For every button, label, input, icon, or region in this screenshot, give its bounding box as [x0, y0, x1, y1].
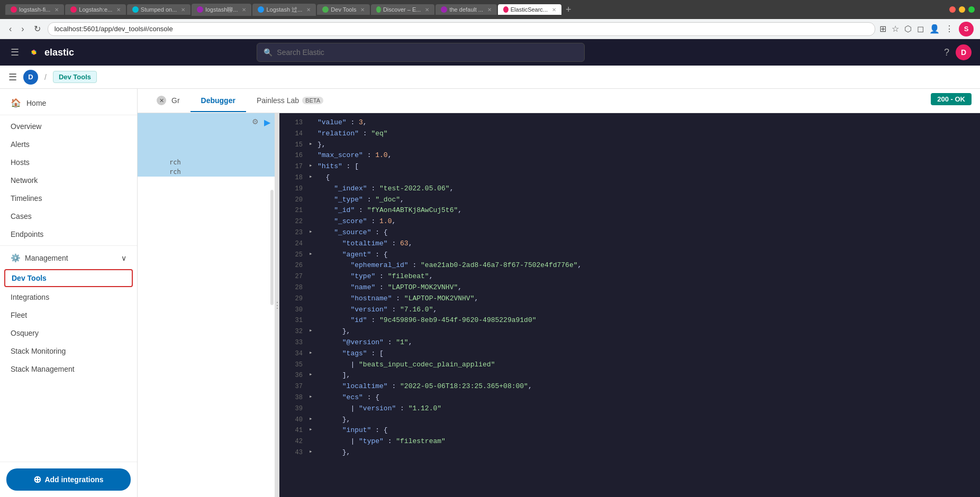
- sidebar-item-dev-tools[interactable]: Dev Tools: [4, 269, 133, 287]
- tabs-bar: ✕ Gr Debugger Painless Lab BETA 200 - OK: [138, 89, 980, 113]
- user-icon[interactable]: 👤: [929, 24, 940, 34]
- run-button[interactable]: ▶: [264, 117, 270, 127]
- sidebar-item-cases[interactable]: Cases: [0, 207, 137, 225]
- browser-tab-9[interactable]: ElasticSearc... ✕: [498, 4, 561, 15]
- output-line-41: 41 ▸ "input" : {: [279, 425, 980, 436]
- breadcrumb-sep: /: [44, 73, 47, 81]
- toolbar-icons: ⊞ ☆ ⬡ ◻ 👤 ⋮ S: [879, 22, 974, 36]
- browser-tab-7[interactable]: Discover – E... ✕: [371, 4, 434, 15]
- output-line-35: 35 | "beats_input_codec_plain_applied": [279, 360, 980, 371]
- sidebar: 🏠 Home Overview Alerts Hosts Network: [0, 89, 138, 497]
- sidebar-item-overview[interactable]: Overview: [0, 117, 137, 135]
- reload-button[interactable]: ↻: [31, 23, 43, 35]
- search-icon: 🔍: [264, 48, 273, 57]
- content-area: ✕ Gr Debugger Painless Lab BETA 200 - OK…: [138, 89, 980, 497]
- output-line-37: 37 "localtime" : "2022-05-06T18:23:25.36…: [279, 381, 980, 392]
- output-line-21: 21 "_id" : "fYAon4ABTKj8AwCuj5t6",: [279, 205, 980, 216]
- address-input[interactable]: [48, 22, 875, 36]
- tab-gr[interactable]: ✕ Gr: [146, 89, 190, 113]
- browser-tab-1[interactable]: logstash-fi... ✕: [5, 4, 64, 15]
- editor-search-hint: rch: [169, 159, 181, 166]
- header-avatar[interactable]: D: [956, 44, 972, 60]
- user-avatar-sm[interactable]: D: [23, 70, 38, 85]
- output-pane[interactable]: 13 "value" : 3, 14 "relation" : "eq" 15 …: [279, 113, 980, 497]
- sidebar-nav: 🏠 Home Overview Alerts Hosts Network: [0, 89, 137, 462]
- sidebar-item-stack-monitoring[interactable]: Stack Monitoring: [0, 342, 137, 360]
- sidebar-item-home[interactable]: 🏠 Home: [0, 93, 137, 113]
- browser-tab-3[interactable]: Stumped on... ✕: [127, 4, 190, 15]
- output-line-15: 15 ▸ },: [279, 140, 980, 151]
- back-button[interactable]: ‹: [6, 23, 14, 35]
- main-layout: 🏠 Home Overview Alerts Hosts Network: [0, 89, 980, 497]
- home-icon: 🏠: [11, 98, 21, 108]
- hamburger-sub[interactable]: ☰: [8, 71, 17, 83]
- management-section-header[interactable]: ⚙️ Management ∨: [0, 248, 137, 268]
- browser-tab-6[interactable]: Dev Tools ✕: [317, 4, 370, 15]
- output-line-31: 31 "id" : "9c459896-8eb9-454f-9620-49852…: [279, 315, 980, 326]
- output-line-23: 23 ▸ "_source" : {: [279, 227, 980, 238]
- profile-icon[interactable]: ◻: [917, 24, 924, 34]
- output-line-43: 43 ▸ },: [279, 447, 980, 458]
- browser-tab-5[interactable]: Logstash 过... ✕: [252, 4, 316, 16]
- browser-tab-2[interactable]: Logstash:e... ✕: [65, 4, 126, 15]
- sidebar-item-endpoints[interactable]: Endpoints: [0, 225, 137, 243]
- user-avatar-corner[interactable]: S: [959, 22, 974, 36]
- plus-icon: ⊕: [33, 474, 41, 485]
- elastic-text: elastic: [44, 47, 74, 58]
- sidebar-item-network[interactable]: Network: [0, 171, 137, 189]
- output-line-42: 42 | "type" : "filestream": [279, 436, 980, 447]
- add-integrations-button[interactable]: ⊕ Add integrations: [6, 468, 131, 491]
- output-line-36: 36 ▸ ],: [279, 370, 980, 381]
- chevron-down-icon: ∨: [121, 254, 126, 262]
- extension-icon[interactable]: ⬡: [904, 24, 912, 34]
- sidebar-item-stack-management[interactable]: Stack Management: [0, 360, 137, 378]
- status-badge: 200 - OK: [931, 93, 972, 105]
- resize-handle[interactable]: ⋮: [275, 113, 279, 497]
- sidebar-bottom: ⊕ Add integrations: [0, 462, 137, 497]
- editor-highlight: ▶ ⚙ rch rch: [138, 113, 275, 177]
- sidebar-item-osquery[interactable]: Osquery: [0, 324, 137, 342]
- output-line-22: 22 "_score" : 1.0,: [279, 216, 980, 227]
- search-input[interactable]: [277, 48, 578, 57]
- divider-2: [0, 245, 137, 246]
- output-line-18: 18 ▸ {: [279, 172, 980, 183]
- editor-gear-button[interactable]: ⚙: [252, 117, 259, 126]
- help-icon[interactable]: ?: [944, 47, 949, 58]
- editor-pane: ▶ ⚙ rch rch: [138, 113, 275, 497]
- output-line-30: 30 "version" : "7.16.0",: [279, 305, 980, 316]
- beta-badge: BETA: [302, 97, 323, 104]
- sidebar-item-integrations[interactable]: Integrations: [0, 288, 137, 306]
- forward-button[interactable]: ›: [19, 23, 26, 35]
- browser-tab-4[interactable]: logstash聊... ✕: [192, 4, 251, 16]
- app-header: ☰ elastic 🔍 ? D: [0, 39, 980, 66]
- output-line-19: 19 "_index" : "test-2022.05.06",: [279, 183, 980, 195]
- sidebar-item-hosts[interactable]: Hosts: [0, 153, 137, 171]
- output-line-20: 20 "_type" : "_doc",: [279, 195, 980, 206]
- sidebar-item-alerts[interactable]: Alerts: [0, 135, 137, 153]
- search-bar[interactable]: 🔍: [257, 43, 585, 62]
- output-line-28: 28 "name" : "LAPTOP-MOK2VNHV",: [279, 282, 980, 293]
- output-line-26: 26 "ephemeral_id" : "eae21ab0-2ad8-46a7-…: [279, 260, 980, 271]
- output-line-38: 38 ▸ "ecs" : {: [279, 392, 980, 403]
- output-line-17: 17 ▸ "hits" : [: [279, 161, 980, 172]
- elastic-icon: [28, 46, 40, 59]
- browser-tab-8[interactable]: the default ... ✕: [435, 4, 497, 15]
- output-line-25: 25 ▸ "agent" : {: [279, 250, 980, 261]
- menu-icon[interactable]: ⋮: [945, 24, 954, 34]
- translate-icon[interactable]: ⊞: [879, 24, 886, 34]
- editor-output: ▶ ⚙ rch rch ⋮ 13 "value" : 3, 14: [138, 113, 980, 497]
- tab-debugger[interactable]: Debugger: [190, 90, 246, 112]
- browser-tabs: logstash-fi... ✕ Logstash:e... ✕ Stumped…: [5, 4, 941, 16]
- hamburger-menu[interactable]: ☰: [8, 44, 21, 60]
- editor-search-hint2: rch: [169, 168, 181, 176]
- output-line-16: 16 "max_score" : 1.0,: [279, 150, 980, 161]
- tab-painless-lab[interactable]: Painless Lab BETA: [246, 90, 334, 112]
- close-tab-icon[interactable]: ✕: [157, 96, 166, 105]
- editor-scrollbar[interactable]: [270, 190, 274, 305]
- sidebar-item-timelines[interactable]: Timelines: [0, 189, 137, 207]
- output-line-39: 39 | "version" : "1.12.0": [279, 403, 980, 415]
- output-line-33: 33 "@version" : "1",: [279, 337, 980, 348]
- output-line-29: 29 "hostname" : "LAPTOP-MOK2VNHV",: [279, 293, 980, 305]
- bookmark-icon[interactable]: ☆: [892, 24, 899, 34]
- sidebar-item-fleet[interactable]: Fleet: [0, 306, 137, 324]
